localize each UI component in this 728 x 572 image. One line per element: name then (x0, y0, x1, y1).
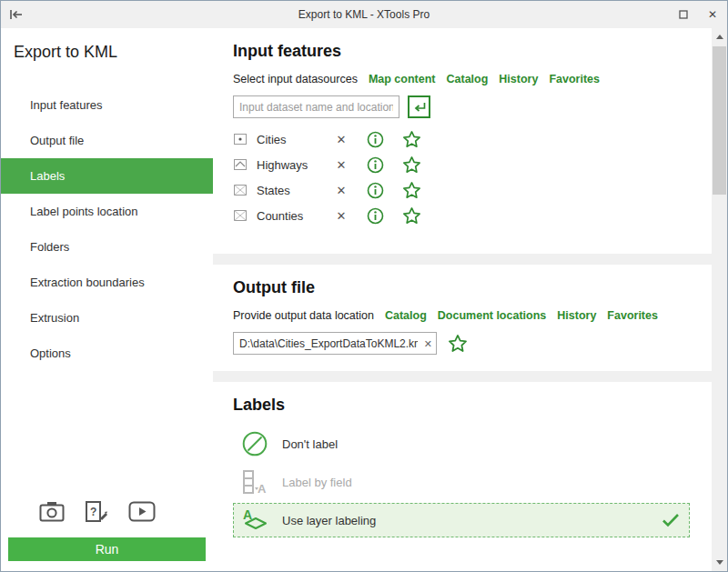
label-by-field-icon: A (239, 468, 270, 496)
link-catalog[interactable]: Catalog (447, 73, 489, 85)
point-layer-icon (233, 132, 249, 146)
labels-section: Labels Don't label (213, 382, 712, 571)
option-use-layer-labeling[interactable]: A Use layer labeling (233, 503, 690, 537)
link-history[interactable]: History (499, 73, 538, 85)
sidebar-item-extraction-boundaries[interactable]: Extraction boundaries (1, 265, 213, 300)
link-document-locations[interactable]: Document locations (438, 309, 546, 322)
output-file-title: Output file (233, 278, 695, 297)
layer-name: States (257, 184, 326, 197)
maximize-button[interactable] (669, 1, 698, 28)
titlebar: Export to KML - XTools Pro ✕ (1, 1, 727, 28)
sidebar-item-label-points-location[interactable]: Label points location (1, 194, 213, 229)
add-dataset-enter-icon[interactable] (408, 95, 430, 118)
sidebar-item-folders[interactable]: Folders (1, 229, 213, 265)
window-title: Export to KML - XTools Pro (1, 8, 727, 21)
video-tutorial-icon[interactable] (128, 501, 156, 522)
sidebar-title: Export to KML (1, 28, 213, 62)
link-map-content[interactable]: Map content (369, 73, 436, 85)
layer-info-icon[interactable] (357, 156, 393, 174)
option-label: Don't label (282, 437, 338, 451)
layer-info-icon[interactable] (357, 182, 393, 199)
link-favorites[interactable]: Favorites (607, 309, 658, 322)
layer-row-cities: Cities ✕ (233, 126, 695, 152)
sidebar-item-input-features[interactable]: Input features (1, 87, 213, 123)
sidebar-item-extrusion[interactable]: Extrusion (1, 300, 213, 336)
remove-layer-icon[interactable]: ✕ (326, 133, 357, 146)
section-divider (213, 254, 712, 265)
layer-row-states: States ✕ (233, 177, 695, 203)
option-label: Label by field (282, 476, 352, 489)
layer-name: Counties (257, 209, 326, 223)
scroll-up-icon[interactable] (712, 29, 727, 45)
input-features-prompt: Select input datasources (233, 73, 358, 85)
polygon-layer-icon (233, 183, 249, 197)
section-divider (213, 371, 712, 382)
input-features-title: Input features (233, 42, 695, 61)
layer-row-highways: Highways ✕ (233, 152, 695, 177)
layer-favorite-star-icon[interactable] (393, 130, 430, 149)
feedback-help-icon[interactable]: ? (85, 500, 108, 523)
polygon-layer-icon (233, 208, 249, 223)
option-dont-label[interactable]: Don't label (233, 426, 690, 461)
output-file-prompt: Provide output data location (233, 309, 374, 322)
line-layer-icon (233, 157, 249, 172)
layer-info-icon[interactable] (357, 131, 393, 148)
collapse-panel-icon[interactable] (9, 9, 23, 20)
run-button[interactable]: Run (8, 537, 206, 561)
remove-layer-icon[interactable]: ✕ (326, 158, 357, 172)
link-favorites[interactable]: Favorites (549, 73, 600, 85)
link-history[interactable]: History (557, 309, 596, 322)
labels-title: Labels (233, 396, 695, 415)
output-file-section: Output file Provide output data location… (213, 265, 712, 371)
clear-path-icon[interactable]: ✕ (424, 337, 432, 349)
close-button[interactable]: ✕ (698, 1, 727, 28)
link-catalog[interactable]: Catalog (385, 309, 427, 322)
remove-layer-icon[interactable]: ✕ (326, 209, 357, 223)
use-layer-labeling-icon: A (239, 507, 270, 534)
svg-text:A: A (258, 482, 267, 496)
option-label: Use layer labeling (282, 514, 376, 527)
sidebar-item-options[interactable]: Options (1, 336, 213, 371)
selected-check-icon (662, 513, 680, 527)
svg-text:?: ? (90, 506, 96, 518)
layer-row-counties: Counties ✕ (233, 203, 695, 228)
remove-layer-icon[interactable]: ✕ (326, 184, 357, 197)
sidebar: Export to KML Input features Output file… (1, 28, 213, 571)
layer-info-icon[interactable] (357, 207, 393, 225)
layer-name: Highways (257, 158, 326, 172)
output-favorite-star-icon[interactable] (448, 334, 468, 354)
layer-favorite-star-icon[interactable] (393, 156, 430, 175)
dont-label-icon (239, 430, 270, 457)
dataset-name-input[interactable] (233, 95, 399, 118)
screenshot-camera-icon[interactable] (39, 501, 65, 522)
sidebar-nav: Input features Output file Labels Label … (1, 87, 213, 371)
vertical-scrollbar[interactable] (712, 28, 727, 571)
input-features-section: Input features Select input datasources … (213, 28, 712, 254)
layer-name: Cities (257, 133, 326, 146)
main-content: Input features Select input datasources … (213, 28, 712, 571)
sidebar-item-output-file[interactable]: Output file (1, 123, 213, 158)
layer-favorite-star-icon[interactable] (393, 206, 430, 226)
output-path-input[interactable] (233, 332, 437, 355)
export-to-kml-window: Export to KML - XTools Pro ✕ Export to K… (0, 0, 728, 572)
scrollbar-thumb[interactable] (713, 46, 726, 195)
sidebar-item-labels[interactable]: Labels (1, 158, 213, 194)
scroll-down-icon[interactable] (712, 555, 727, 570)
option-label-by-field[interactable]: A Label by field (233, 465, 690, 499)
layer-favorite-star-icon[interactable] (393, 181, 430, 200)
